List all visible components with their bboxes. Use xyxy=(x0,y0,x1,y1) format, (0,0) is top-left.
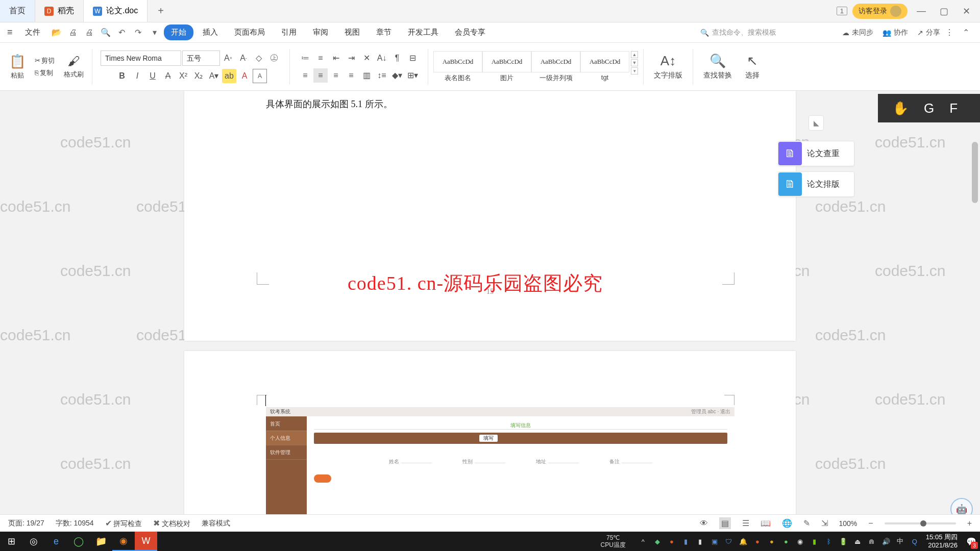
sync-status[interactable]: ☁未同步 xyxy=(842,28,873,37)
task-view-icon[interactable]: ◎ xyxy=(22,532,45,551)
page-status[interactable]: 页面: 19/27 xyxy=(8,519,44,528)
document-page-1[interactable]: 具体界面的展示如图 5.1 所示。 15 code51. cn-源码乐园盗图必究 xyxy=(184,91,796,341)
compat-mode[interactable]: 兼容模式 xyxy=(202,519,230,528)
highlight-button[interactable]: ab xyxy=(222,69,236,83)
tray-up-icon[interactable]: ^ xyxy=(637,535,649,547)
quick-dropdown-icon[interactable]: ▾ xyxy=(148,26,162,40)
style-item-4[interactable]: AaBbCcDd xyxy=(580,51,629,72)
login-button[interactable]: 访客登录 xyxy=(852,4,908,19)
cpu-temp-widget[interactable]: 75℃CPU温度 xyxy=(600,534,625,549)
action-center-icon[interactable]: 💬3 xyxy=(963,532,980,551)
style-item-2[interactable]: AaBbCcDd xyxy=(482,51,531,72)
zoom-slider-thumb[interactable] xyxy=(920,520,926,527)
find-replace-button[interactable]: 🔍查找替换 xyxy=(698,53,737,80)
tab-add[interactable]: + xyxy=(148,0,174,22)
file-explorer-icon[interactable]: 📁 xyxy=(90,532,112,551)
read-view-icon[interactable]: 📖 xyxy=(761,518,771,528)
italic-button[interactable]: I xyxy=(130,69,144,83)
f-icon[interactable]: F xyxy=(949,101,958,116)
more-icon[interactable]: ⋮ xyxy=(942,26,957,40)
menu-file[interactable]: 文件 xyxy=(18,24,47,40)
tray-shield-icon[interactable]: 🛡 xyxy=(723,535,735,547)
font-name-select[interactable]: Times New Roma xyxy=(101,51,181,66)
clear-format-icon[interactable]: ◇ xyxy=(252,51,266,65)
shading-icon[interactable]: ◆▾ xyxy=(390,68,404,83)
align-left-icon[interactable]: ≡ xyxy=(298,68,312,83)
menu-chapter[interactable]: 章节 xyxy=(369,24,399,40)
document-page-2[interactable]: 软考系统管理员 abc · 退出 首页 个人信息 软件管理 填写信息 填写 姓名… xyxy=(184,351,796,514)
tab-document[interactable]: W论文.doc xyxy=(84,0,148,22)
asian-layout-icon[interactable]: ✕ xyxy=(359,51,374,65)
tab-home[interactable]: 首页 xyxy=(0,0,35,22)
tray-icon-2[interactable]: ● xyxy=(666,535,678,547)
print-icon[interactable]: 🖨 xyxy=(82,26,96,40)
phonetic-icon[interactable]: ㊤ xyxy=(267,51,281,65)
menu-layout[interactable]: 页面布局 xyxy=(227,24,272,40)
wifi-icon[interactable]: ⋒ xyxy=(866,535,878,547)
collapse-panel-button[interactable]: ◣ xyxy=(808,115,824,131)
browser-icon[interactable]: ◯ xyxy=(67,532,90,551)
distributed-icon[interactable]: ▥ xyxy=(359,68,374,83)
hamburger-icon[interactable]: ≡ xyxy=(7,27,13,38)
shrink-font-icon[interactable]: A- xyxy=(236,51,251,65)
save-icon[interactable]: 🖨 xyxy=(66,26,80,40)
menu-member[interactable]: 会员专享 xyxy=(448,24,493,40)
start-button[interactable]: ⊞ xyxy=(0,532,22,551)
line-spacing-icon[interactable]: ↕≡ xyxy=(375,68,389,83)
select-button[interactable]: ↖选择 xyxy=(740,53,765,80)
print-preview-icon[interactable]: 🔍 xyxy=(99,26,113,40)
number-list-icon[interactable]: ≡ xyxy=(313,51,328,65)
usb-icon[interactable]: ⏏ xyxy=(851,535,864,547)
typeset-button[interactable]: 🗎论文排版 xyxy=(778,171,854,197)
tray-icon-9[interactable]: ◉ xyxy=(794,535,806,547)
underline-button[interactable]: U xyxy=(145,69,160,83)
collab-button[interactable]: 👥协作 xyxy=(883,28,908,37)
zoom-in-button[interactable]: + xyxy=(967,519,972,528)
font-size-select[interactable]: 五号 xyxy=(182,51,220,66)
close-button[interactable]: ✕ xyxy=(958,6,975,17)
tray-icon-3[interactable]: ▮ xyxy=(680,535,692,547)
spell-check[interactable]: ✔ 拼写检查 xyxy=(105,518,142,529)
tray-icon-6[interactable]: ● xyxy=(751,535,764,547)
right-sidebar-strip[interactable]: ✋ G F xyxy=(878,94,980,122)
doc-proof[interactable]: ✖ 文档校对 xyxy=(153,518,190,529)
zoom-slider[interactable] xyxy=(885,522,956,524)
app-icon-1[interactable]: ◉ xyxy=(112,532,135,551)
vertical-scrollbar[interactable] xyxy=(970,91,979,514)
tab-daoke[interactable]: D稻壳 xyxy=(35,0,84,22)
eye-view-icon[interactable]: 👁 xyxy=(700,519,708,528)
web-view-icon[interactable]: 🌐 xyxy=(782,518,792,528)
align-justify-icon[interactable]: ≡ xyxy=(344,68,358,83)
tray-icon-8[interactable]: ● xyxy=(780,535,792,547)
scrollbar-thumb[interactable] xyxy=(972,142,978,203)
zoom-out-button[interactable]: − xyxy=(868,519,873,528)
borders-icon[interactable]: ⊞▾ xyxy=(405,68,420,83)
style-down-icon[interactable]: ▼ xyxy=(631,59,638,66)
window-count-badge[interactable]: 1 xyxy=(837,7,847,15)
align-center-icon[interactable]: ≡ xyxy=(313,68,328,83)
hand-icon[interactable]: ✋ xyxy=(892,101,909,116)
share-button[interactable]: ↗分享 xyxy=(917,28,940,37)
cut-button[interactable]: ✂剪切 xyxy=(35,56,55,65)
paste-group[interactable]: 📋粘贴 xyxy=(6,46,29,87)
tray-icon-1[interactable]: ◆ xyxy=(651,535,664,547)
style-item-3[interactable]: AaBbCcDd xyxy=(531,51,580,72)
collapse-ribbon-icon[interactable]: ⌃ xyxy=(959,26,973,40)
increase-indent-icon[interactable]: ⇥ xyxy=(344,51,358,65)
tray-nvidia-icon[interactable]: ▮ xyxy=(808,535,821,547)
style-item-1[interactable]: AaBbCcDd xyxy=(433,51,482,72)
menu-reference[interactable]: 引用 xyxy=(274,24,304,40)
decrease-indent-icon[interactable]: ⇤ xyxy=(329,51,343,65)
bullet-list-icon[interactable]: ≔ xyxy=(298,51,312,65)
tray-icon-4[interactable]: ▮ xyxy=(694,535,706,547)
strikethrough-button[interactable]: A xyxy=(161,69,175,83)
clock[interactable]: 15:05 周四2021/8/26 xyxy=(921,533,963,549)
menu-view[interactable]: 视图 xyxy=(337,24,367,40)
style-more-icon[interactable]: ▾ xyxy=(631,67,638,74)
text-effect-button[interactable]: A▾ xyxy=(207,69,221,83)
ime-indicator[interactable]: 中 xyxy=(894,535,906,547)
text-layout-button[interactable]: A↕文字排版 xyxy=(649,53,688,80)
plagiarism-check-button[interactable]: 🗎论文查重 xyxy=(778,141,854,166)
style-gallery[interactable]: AaBbCcDd表名图名 AaBbCcDd图片 AaBbCcDd一级并列项 Aa… xyxy=(433,51,638,83)
tray-icon-7[interactable]: ● xyxy=(766,535,778,547)
